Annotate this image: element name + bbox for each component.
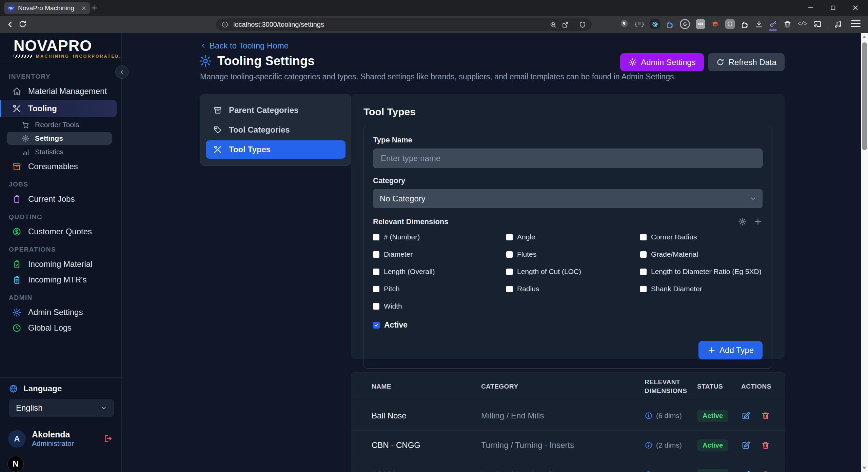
edit-button[interactable] [741,411,751,420]
window-minimize-button[interactable] [807,4,814,12]
trash-toolbar-icon[interactable] [783,20,792,28]
type-name-input[interactable] [373,149,763,168]
sidebar-item-admin-settings[interactable]: Admin Settings [0,305,117,320]
sidebar-item-current-jobs[interactable]: Current Jobs [0,192,117,206]
shield-extension-icon[interactable] [725,19,735,29]
active-checkbox-checked[interactable] [373,322,380,329]
password-key-icon[interactable] [769,20,777,28]
brave-shield-icon[interactable] [579,21,586,28]
logo-incorporated: INCORPORATED. [73,54,121,59]
dimension-option[interactable]: Pitch [373,285,506,293]
dimension-option[interactable]: Length (Overall) [373,268,506,276]
sidebar-item-settings[interactable]: Settings [7,132,112,145]
scrollbar-up-arrow[interactable] [862,36,866,38]
manage-dimensions-gear-icon[interactable] [738,217,747,226]
info-icon[interactable] [645,471,653,472]
puzzle-blue-extension-icon[interactable] [666,20,674,28]
dimension-option[interactable]: Corner Radius [640,233,763,241]
checkbox-unchecked[interactable] [640,269,647,275]
sidebar-item-tooling[interactable]: Tooling [0,100,117,117]
back-to-tooling-home-link[interactable]: Back to Tooling Home [200,41,289,51]
sidebar-item-consumables[interactable]: Consumables [0,159,117,174]
edit-button[interactable] [741,470,751,472]
url-text[interactable]: localhost:3000/tooling/settings [233,21,545,28]
dimension-option[interactable]: Grade/Material [640,250,763,258]
zoom-page-icon[interactable] [549,21,557,28]
nav-tool-types[interactable]: Tool Types [206,140,346,159]
sidebar-item-customer-quotes[interactable]: Customer Quotes [0,224,117,239]
checkbox-unchecked[interactable] [506,234,513,240]
url-bar[interactable]: localhost:3000/tooling/settings [216,18,592,31]
cast-icon[interactable] [813,20,822,28]
refresh-data-button[interactable]: Refresh Data [708,53,785,71]
admin-settings-button[interactable]: Admin Settings [620,53,704,71]
react-devtools-icon[interactable] [650,19,660,29]
nav-parent-categories[interactable]: Parent Categories [206,101,346,119]
checkbox-unchecked[interactable] [506,286,513,292]
browser-menu-icon[interactable] [851,20,861,27]
cursor-extension-icon[interactable] [620,19,629,29]
downloads-icon[interactable] [755,20,763,28]
logo-machining: MACHINING [36,54,70,59]
site-info-icon[interactable] [221,21,229,28]
sidebar-item-material-management[interactable]: Material Management [0,84,117,99]
scholar-extension-icon[interactable] [711,20,719,28]
dimension-option[interactable]: # (Number) [373,233,506,241]
info-icon[interactable] [645,412,653,420]
checkbox-unchecked[interactable] [640,251,647,258]
checkbox-unchecked[interactable] [373,234,379,240]
sidebar-item-incoming-mtrs[interactable]: Incoming MTR's [0,272,117,287]
tab-close-icon[interactable] [81,5,87,11]
checkbox-unchecked[interactable] [373,269,379,275]
checkbox-unchecked[interactable] [640,234,647,240]
window-close-button[interactable] [852,4,859,12]
browser-tab[interactable]: NP NovaPro Machining [4,2,90,14]
nav-tool-categories[interactable]: Tool Categories [206,121,346,139]
share-icon[interactable] [561,21,569,28]
page-scrollbar[interactable] [861,33,868,472]
checkbox-unchecked[interactable] [640,286,647,292]
dimension-option[interactable]: Diameter [373,250,506,258]
delete-button[interactable] [761,411,770,420]
devtools-extension-icon[interactable]: {≡} [634,21,645,27]
checkbox-unchecked[interactable] [506,269,513,275]
add-dimension-plus-icon[interactable] [753,217,763,226]
dimension-option[interactable]: Radius [506,285,640,293]
info-icon[interactable] [645,441,653,449]
category-select[interactable]: No Category [373,189,763,208]
browser-refresh-button[interactable] [18,20,27,28]
sidebar-item-incoming-material[interactable]: Incoming Material [0,257,117,272]
sidebar-item-global-logs[interactable]: Global Logs [0,320,117,335]
extensions-puzzle-icon[interactable] [741,20,749,28]
dimension-option[interactable]: Angle [506,233,640,241]
delete-button[interactable] [761,470,770,472]
checkbox-unchecked[interactable] [373,286,379,292]
nextjs-dev-badge[interactable]: N [7,456,24,472]
delete-button[interactable] [761,440,770,450]
code-extension-icon[interactable]: </> [696,19,705,29]
music-icon[interactable] [834,20,842,28]
sidebar-collapse-button[interactable] [115,65,129,79]
dimension-option[interactable]: Width [373,302,506,310]
add-type-button[interactable]: Add Type [698,341,763,359]
dimension-option[interactable]: Length to Diameter Ratio (Eg 5XD) [640,268,763,276]
browser-back-button[interactable] [5,20,15,29]
dimension-option[interactable]: Length of Cut (LOC) [506,268,640,276]
checkbox-unchecked[interactable] [373,303,379,310]
sidebar-item-reorder-tools[interactable]: Reorder Tools [7,118,117,131]
code-toolbar-icon[interactable]: </> [797,21,807,27]
scrollbar-thumb[interactable] [862,42,867,150]
sidebar-item-statistics[interactable]: Statistics [7,145,117,158]
checkbox-unchecked[interactable] [506,251,513,258]
edit-button[interactable] [741,440,751,450]
dimension-option[interactable]: Shank Diameter [640,285,763,293]
new-tab-button[interactable] [90,4,98,12]
window-maximize-button[interactable] [829,4,837,12]
scrollbar-down-arrow[interactable] [862,467,866,469]
language-select[interactable]: English [9,399,114,417]
logout-icon[interactable] [103,434,113,444]
grammarly-extension-icon[interactable]: G [680,19,690,29]
dimension-option[interactable]: Flutes [506,250,640,258]
clipboard-list-icon [12,275,21,284]
checkbox-unchecked[interactable] [373,251,379,258]
